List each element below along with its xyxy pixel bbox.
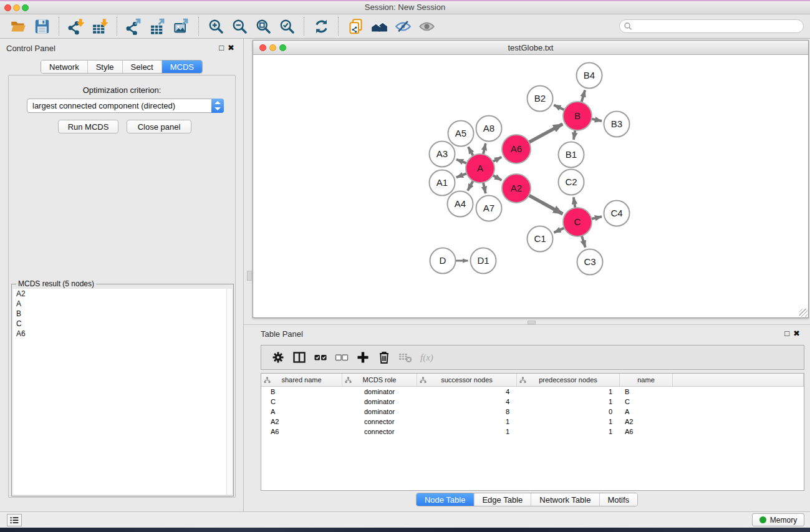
graph-node-A7[interactable]: A7	[476, 196, 502, 221]
search-box[interactable]	[619, 19, 804, 33]
tab-network[interactable]: Network	[41, 60, 88, 73]
zoom-out-button[interactable]	[229, 17, 250, 36]
network-window-titlebar[interactable]: testGlobe.txt	[253, 41, 808, 55]
window-resize-grip[interactable]	[799, 309, 808, 317]
graph-node-D1[interactable]: D1	[471, 248, 496, 274]
graph-edge-C-C3[interactable]	[582, 236, 586, 248]
graph-node-A2[interactable]: A2	[502, 174, 531, 203]
graph-edge-A-A4[interactable]	[468, 181, 473, 191]
dropdown-stepper-icon[interactable]	[211, 99, 224, 113]
zoom-in-button[interactable]	[205, 17, 226, 36]
graph-node-C4[interactable]: C4	[604, 201, 630, 226]
mcds-result-item[interactable]: B	[13, 309, 226, 319]
tab-node-table[interactable]: Node Table	[417, 493, 475, 506]
graph-node-A6[interactable]: A6	[502, 135, 531, 163]
graph-node-C3[interactable]: C3	[577, 249, 603, 275]
graph-node-C1[interactable]: C1	[528, 226, 553, 252]
function-builder-button[interactable]: f(x)	[416, 349, 437, 366]
import-table-button[interactable]	[89, 17, 110, 36]
vertical-divider-grip[interactable]	[247, 271, 252, 281]
open-file-button[interactable]	[7, 17, 29, 36]
graph-edge-C-C1[interactable]	[554, 228, 564, 233]
table-row[interactable]: A2connector11A2	[261, 417, 804, 427]
graph-node-A3[interactable]: A3	[430, 142, 455, 167]
duplicate-network-button[interactable]	[345, 17, 366, 36]
graph-node-B4[interactable]: B4	[577, 63, 602, 89]
tab-style[interactable]: Style	[88, 60, 123, 73]
show-details-button[interactable]	[416, 17, 437, 36]
graph-edge-A-A6[interactable]	[493, 157, 501, 162]
split-column-button[interactable]	[289, 349, 310, 366]
network-canvas[interactable]: B4B2BB3A8A5A6A3B1AA1C2A2A4A7C4CC1DD1C3	[253, 56, 808, 317]
tab-edge-table[interactable]: Edge Table	[474, 493, 531, 506]
refresh-button[interactable]	[311, 17, 332, 36]
graph-edge-A-A3[interactable]	[456, 160, 467, 163]
task-history-button[interactable]	[7, 514, 22, 526]
table-row[interactable]: Bdominator41B	[261, 387, 804, 397]
export-network-button[interactable]	[123, 17, 145, 36]
graph-edge-C-C4[interactable]	[591, 216, 602, 219]
mcds-result-item[interactable]: A	[13, 299, 226, 309]
mcds-result-item[interactable]: A2	[13, 289, 226, 299]
close-table-panel-icon[interactable]: ✖	[793, 329, 804, 338]
graph-node-D[interactable]: D	[430, 248, 456, 274]
tab-network-table[interactable]: Network Table	[531, 493, 599, 506]
gear-button[interactable]	[268, 349, 289, 366]
column-header-shared-name[interactable]: shared name	[261, 374, 342, 386]
delete-table-button[interactable]	[395, 349, 416, 366]
graph-edge-B-B4[interactable]	[581, 90, 585, 102]
mcds-result-item[interactable]: C	[13, 319, 226, 329]
run-mcds-button[interactable]: Run MCDS	[58, 120, 118, 133]
graph-edge-A2-C[interactable]	[529, 195, 562, 214]
criterion-dropdown[interactable]: largest connected component (directed)	[27, 99, 224, 113]
add-column-button[interactable]	[352, 349, 374, 366]
tab-motifs[interactable]: Motifs	[599, 493, 637, 506]
graph-edge-A-A8[interactable]	[483, 143, 486, 155]
table-row[interactable]: A6connector11A6	[261, 427, 804, 437]
graph-edge-A-A7[interactable]	[483, 182, 486, 193]
import-network-button[interactable]	[65, 17, 87, 36]
graph-node-A[interactable]: A	[466, 154, 494, 183]
mcds-result-list[interactable]: A2ABCA6	[13, 289, 226, 495]
graph-node-A5[interactable]: A5	[448, 121, 474, 147]
graph-edge-A-A2[interactable]	[493, 175, 501, 180]
tab-mcds[interactable]: MCDS	[162, 60, 202, 73]
column-header-successor-nodes[interactable]: successor nodes	[417, 374, 517, 386]
graph-node-B[interactable]: B	[563, 102, 592, 130]
float-table-panel-icon[interactable]: □	[784, 329, 793, 338]
close-panel-button[interactable]: Close panel	[127, 120, 191, 133]
graph-edge-C-C2[interactable]	[574, 197, 576, 208]
graph-edge-B-B3[interactable]	[592, 119, 602, 121]
graph-node-C[interactable]: C	[563, 208, 592, 236]
graph-node-B1[interactable]: B1	[559, 142, 584, 168]
column-header-predecessor-nodes[interactable]: predecessor nodes	[517, 374, 620, 386]
mcds-result-scrollbar[interactable]	[226, 289, 232, 495]
table-row[interactable]: Cdominator41C	[261, 397, 804, 407]
memory-button[interactable]: Memory	[752, 513, 804, 526]
home-button[interactable]	[369, 17, 390, 36]
zoom-fit-button[interactable]	[253, 17, 274, 36]
deselect-all-button[interactable]	[331, 349, 352, 366]
graph-edge-B-B2[interactable]	[554, 105, 564, 110]
graph-node-B2[interactable]: B2	[528, 86, 553, 112]
hide-details-button[interactable]	[392, 17, 413, 36]
export-image-button[interactable]	[171, 17, 192, 36]
float-panel-icon[interactable]: □	[219, 43, 228, 52]
graph-edge-B-B1[interactable]	[574, 130, 575, 140]
tab-select[interactable]: Select	[123, 60, 162, 73]
select-all-button[interactable]	[310, 349, 331, 366]
graph-node-B3[interactable]: B3	[604, 112, 630, 137]
graph-node-A4[interactable]: A4	[448, 191, 473, 217]
graph-node-C2[interactable]: C2	[559, 170, 584, 195]
graph-node-A1[interactable]: A1	[430, 170, 455, 196]
column-header-MCDS-role[interactable]: MCDS role	[342, 374, 417, 386]
export-table-button[interactable]	[147, 17, 168, 36]
save-session-button[interactable]	[31, 17, 52, 36]
zoom-selected-button[interactable]	[276, 17, 297, 36]
search-input[interactable]	[632, 22, 788, 31]
graph-node-A8[interactable]: A8	[476, 116, 502, 142]
graph-edge-A-A1[interactable]	[456, 173, 467, 177]
close-panel-icon[interactable]: ✖	[228, 43, 238, 52]
table-row[interactable]: Adominator80A	[261, 407, 804, 417]
column-header-name[interactable]: name	[620, 374, 673, 386]
